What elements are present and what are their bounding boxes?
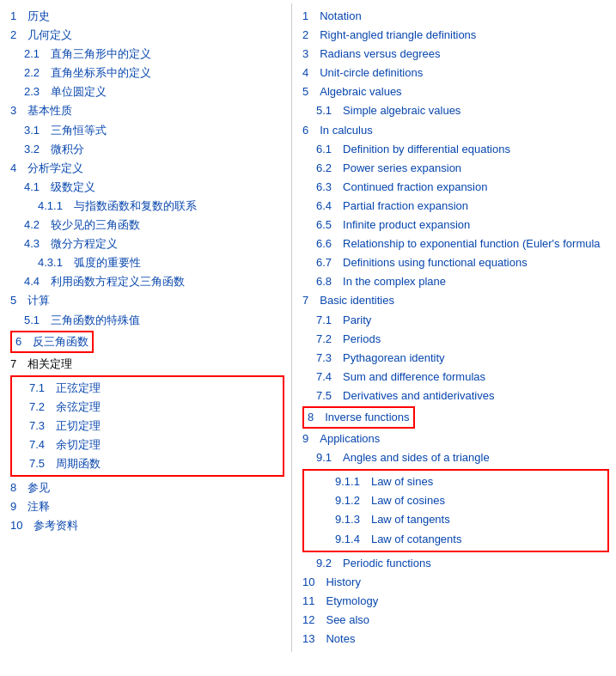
toc-link[interactable]: 2.1 直角三角形中的定义 <box>24 47 151 60</box>
list-item: 7.3 正切定理 <box>15 417 279 435</box>
toc-link[interactable]: 3 基本性质 <box>10 104 72 117</box>
related-section: 7 相关定理 <box>10 355 284 374</box>
right-after-box: 9.2 Periodic functions <box>302 554 609 573</box>
list-item: 7.1 Parity <box>302 311 609 330</box>
toc-link[interactable]: 7.5 周期函数 <box>29 457 101 470</box>
toc-link[interactable]: 6.1 Definition by differential equations <box>316 143 510 155</box>
toc-link[interactable]: 5 计算 <box>10 294 50 307</box>
list-item: 3 Radians versus degrees <box>302 45 609 64</box>
inverse-functions-link[interactable]: 8 Inverse functions <box>308 411 410 423</box>
toc-link[interactable]: 4 分析学定义 <box>10 161 83 174</box>
toc-link[interactable]: 9.1 Angles and sides of a triangle <box>316 451 490 464</box>
inverse-trig-link-left[interactable]: 6 反三角函数 <box>15 335 88 348</box>
list-item: 9.2 Periodic functions <box>302 554 609 573</box>
toc-link[interactable]: 12 See also <box>302 613 369 626</box>
left-column: 1 历史2 几何定义2.1 直角三角形中的定义2.2 直角坐标系中的定义2.3 … <box>0 3 292 652</box>
toc-link[interactable]: 4.4 利用函数方程定义三角函数 <box>24 275 185 288</box>
toc-link[interactable]: 4 Unit-circle definitions <box>302 66 423 79</box>
right-column: 1 Notation2 Right-angled triangle defini… <box>292 3 616 652</box>
toc-link[interactable]: 9 注释 <box>10 500 50 513</box>
toc-link[interactable]: 9.1.1 Law of sines <box>335 475 433 488</box>
toc-link[interactable]: 6.6 Relationship to exponential function… <box>316 237 601 250</box>
left-after-box: 8 参见9 注释10 参考资料 <box>10 478 284 535</box>
list-item: 2.3 单位圆定义 <box>10 82 284 101</box>
list-item: 2 Right-angled triangle definitions <box>302 26 609 45</box>
inverse-trig-row-left: 6 反三角函数 <box>10 331 284 353</box>
toc-link[interactable]: 9 Applications <box>302 432 380 445</box>
toc-link[interactable]: 6.7 Definitions using functional equatio… <box>316 256 528 269</box>
toc-link[interactable]: 5.1 三角函数的特殊值 <box>24 314 140 326</box>
list-item: 7.2 余弦定理 <box>15 398 279 417</box>
list-item: 5.1 Simple algebraic values <box>302 101 609 120</box>
toc-link[interactable]: 1 Notation <box>302 9 362 22</box>
list-item: 7 Basic identities <box>302 291 609 310</box>
toc-link[interactable]: 4.1.1 与指数函数和复数的联系 <box>38 199 197 212</box>
toc-link[interactable]: 3 Radians versus degrees <box>302 47 440 60</box>
list-item: 9 Applications <box>302 429 609 448</box>
left-box-items: 7.1 正弦定理7.2 余弦定理7.3 正切定理7.4 余切定理7.5 周期函数 <box>15 379 279 473</box>
related-section-label: 7 相关定理 <box>10 357 72 370</box>
list-item: 3.1 三角恒等式 <box>10 121 284 140</box>
toc-link[interactable]: 9.1.4 Law of cotangents <box>335 533 461 545</box>
toc-link[interactable]: 13 Notes <box>302 632 355 645</box>
toc-link[interactable]: 6.3 Continued fraction expansion <box>316 180 487 193</box>
list-item: 2.1 直角三角形中的定义 <box>10 45 284 64</box>
list-item: 7.1 正弦定理 <box>15 379 279 398</box>
toc-link[interactable]: 9.1.3 Law of tangents <box>335 513 450 526</box>
list-item: 4.1 级数定义 <box>10 178 284 197</box>
list-item: 3.2 微积分 <box>10 140 284 159</box>
toc-link[interactable]: 7.3 正切定理 <box>29 419 101 432</box>
toc-link[interactable]: 7.4 余切定理 <box>29 438 101 451</box>
toc-link[interactable]: 5 Algebraic values <box>302 85 402 98</box>
toc-link[interactable]: 6.5 Infinite product expansion <box>316 218 470 231</box>
list-item: 6.7 Definitions using functional equatio… <box>302 253 609 272</box>
toc-link[interactable]: 7.2 余弦定理 <box>29 400 101 413</box>
toc-link[interactable]: 2.2 直角坐标系中的定义 <box>24 66 151 79</box>
toc-link[interactable]: 6.2 Power series expansion <box>316 161 461 174</box>
list-item: 8 参见 <box>10 478 284 497</box>
toc-link[interactable]: 2 几何定义 <box>10 28 72 41</box>
toc-link[interactable]: 7 Basic identities <box>302 294 394 307</box>
list-item: 4.4 利用函数方程定义三角函数 <box>10 272 284 291</box>
toc-link[interactable]: 6 In calculus <box>302 124 373 137</box>
list-item: 9.1 Angles and sides of a triangle <box>302 448 609 467</box>
toc-link[interactable]: 2.3 单位圆定义 <box>24 85 107 98</box>
list-item: 4 Unit-circle definitions <box>302 64 609 82</box>
toc-link[interactable]: 2 Right-angled triangle definitions <box>302 28 476 41</box>
toc-link[interactable]: 7.3 Pythagorean identity <box>316 351 445 364</box>
list-item: 6.8 In the complex plane <box>302 272 609 291</box>
related-theorems-box: 7.1 正弦定理7.2 余弦定理7.3 正切定理7.4 余切定理7.5 周期函数 <box>10 375 284 477</box>
toc-link[interactable]: 4.2 较少见的三角函数 <box>24 218 140 231</box>
toc-link[interactable]: 9.1.2 Law of cosines <box>335 494 445 507</box>
toc-link[interactable]: 7.1 正弦定理 <box>29 381 101 394</box>
toc-link[interactable]: 9.2 Periodic functions <box>316 557 431 569</box>
list-item: 4.3.1 弧度的重要性 <box>10 253 284 272</box>
toc-link[interactable]: 7.2 Periods <box>316 332 381 345</box>
toc-link[interactable]: 5.1 Simple algebraic values <box>316 104 460 117</box>
toc-link[interactable]: 4.3.1 弧度的重要性 <box>38 256 141 269</box>
list-item: 1 Notation <box>302 7 609 26</box>
toc-link[interactable]: 1 历史 <box>10 9 50 22</box>
list-item: 4.2 较少见的三角函数 <box>10 216 284 234</box>
list-item: 5 Algebraic values <box>302 82 609 101</box>
toc-link[interactable]: 6.8 In the complex plane <box>316 275 446 288</box>
toc-link[interactable]: 11 Etymology <box>302 594 378 607</box>
toc-link[interactable]: 8 参见 <box>10 481 50 494</box>
toc-link[interactable]: 3.1 三角恒等式 <box>24 124 107 137</box>
toc-link[interactable]: 10 History <box>302 576 361 588</box>
list-item: 7.5 Derivatives and antiderivatives <box>302 387 609 405</box>
inverse-functions-row: 8 Inverse functions <box>302 406 609 429</box>
toc-link[interactable]: 7.1 Parity <box>316 314 371 326</box>
toc-link[interactable]: 6.4 Partial fraction expansion <box>316 199 468 212</box>
list-item: 9.1.4 Law of cotangents <box>308 530 604 549</box>
toc-link[interactable]: 7.5 Derivatives and antiderivatives <box>316 389 494 402</box>
toc-link[interactable]: 4.1 级数定义 <box>24 180 95 193</box>
toc-link[interactable]: 4.3 微分方程定义 <box>24 237 118 250</box>
toc-link[interactable]: 7.4 Sum and difference formulas <box>316 370 485 383</box>
toc-link[interactable]: 3.2 微积分 <box>24 143 84 155</box>
list-item: 9 注释 <box>10 497 284 516</box>
list-item: 7.4 余切定理 <box>15 435 279 454</box>
right-box-items: 9.1.1 Law of sines9.1.2 Law of cosines9.… <box>308 472 604 548</box>
toc-link[interactable]: 10 参考资料 <box>10 519 78 532</box>
law-box: 9.1.1 Law of sines9.1.2 Law of cosines9.… <box>302 469 609 551</box>
